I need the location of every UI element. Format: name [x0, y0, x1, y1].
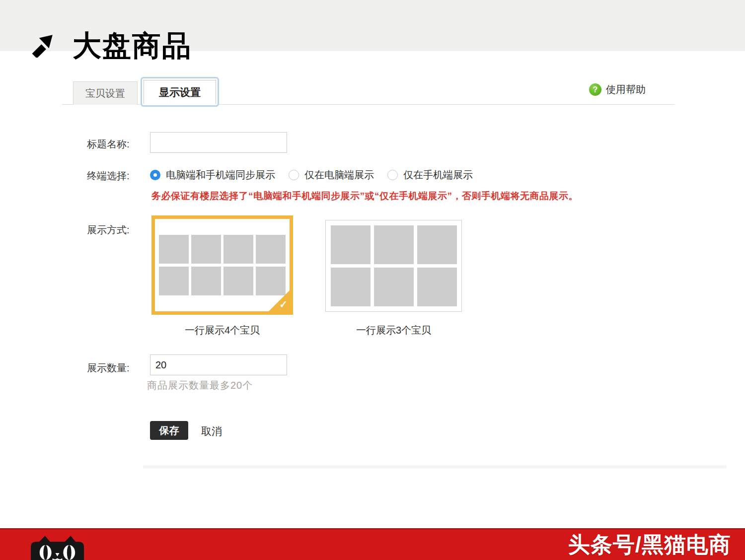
terminal-radio-label: 电脑端和手机端同步展示	[166, 168, 275, 182]
panel-bottom-divider	[143, 465, 727, 469]
display-mode-options: ✓一行展示4个宝贝一行展示3个宝贝	[151, 215, 462, 337]
northeast-arrow-icon	[30, 33, 55, 58]
display-mode-label: 展示方式:	[87, 223, 130, 237]
display-mode-card[interactable]	[325, 220, 462, 312]
question-circle-icon: ?	[589, 83, 601, 96]
tab-display-settings-label: 显示设置	[144, 80, 216, 104]
title-name-input[interactable]	[150, 132, 287, 153]
save-button[interactable]: 保存	[150, 421, 188, 440]
display-mode-option: ✓一行展示4个宝贝	[151, 215, 293, 337]
terminal-radio-label: 仅在电脑端展示	[304, 168, 374, 182]
tab-product-settings[interactable]: 宝贝设置	[73, 81, 138, 105]
radio-unselected-icon[interactable]	[387, 170, 398, 180]
terminal-radio-option[interactable]: 仅在手机端展示	[387, 168, 473, 182]
display-mode-caption: 一行展示4个宝贝	[185, 324, 260, 337]
footer-credit-text: 头条号/黑猫电商	[568, 530, 731, 560]
product-placeholder-square	[331, 225, 371, 264]
help-link[interactable]: ? 使用帮助	[589, 83, 646, 96]
product-placeholder-square	[224, 267, 253, 295]
product-placeholder-square	[159, 235, 189, 264]
quantity-input[interactable]	[150, 354, 287, 375]
display-mode-caption: 一行展示3个宝贝	[356, 324, 431, 337]
display-mode-option: 一行展示3个宝贝	[325, 215, 462, 337]
quantity-hint: 商品展示数量最多20个	[147, 379, 253, 392]
terminal-radio-option[interactable]: 仅在电脑端展示	[289, 168, 374, 182]
product-placeholder-square	[191, 267, 221, 295]
footer-bar: 头条号/黑猫电商	[0, 528, 745, 560]
display-mode-card-selected[interactable]: ✓	[151, 215, 293, 315]
page-header: 大盘商品	[30, 30, 192, 62]
product-placeholder-square	[417, 268, 457, 306]
terminal-warning-text: 务必保证有楼层选择了“电脑端和手机端同步展示”或“仅在手机端展示”，否则手机端将…	[151, 190, 578, 203]
terminal-radio-option[interactable]: 电脑端和手机端同步展示	[150, 168, 275, 182]
terminal-select-label: 终端选择:	[87, 169, 130, 183]
product-placeholder-square	[374, 268, 414, 306]
quantity-label: 展示数量:	[87, 361, 130, 375]
tmall-cat-logo-icon	[29, 535, 86, 560]
product-placeholder-square	[224, 235, 253, 264]
help-label: 使用帮助	[606, 83, 646, 96]
product-placeholder-square	[374, 225, 414, 264]
tab-display-settings[interactable]: 显示设置	[141, 77, 219, 107]
title-name-label: 标题名称:	[87, 138, 130, 151]
page-title: 大盘商品	[73, 30, 192, 62]
product-placeholder-square	[417, 225, 457, 264]
radio-selected-icon[interactable]	[150, 170, 160, 180]
product-placeholder-square	[256, 235, 286, 264]
product-placeholder-square	[159, 267, 189, 295]
terminal-options: 电脑端和手机端同步展示仅在电脑端展示仅在手机端展示	[150, 168, 473, 182]
product-placeholder-square	[331, 268, 371, 306]
checkmark-icon: ✓	[279, 298, 288, 310]
radio-unselected-icon[interactable]	[289, 170, 299, 180]
cancel-button[interactable]: 取消	[201, 424, 222, 438]
terminal-radio-label: 仅在手机端展示	[403, 168, 473, 182]
product-placeholder-square	[191, 235, 221, 264]
